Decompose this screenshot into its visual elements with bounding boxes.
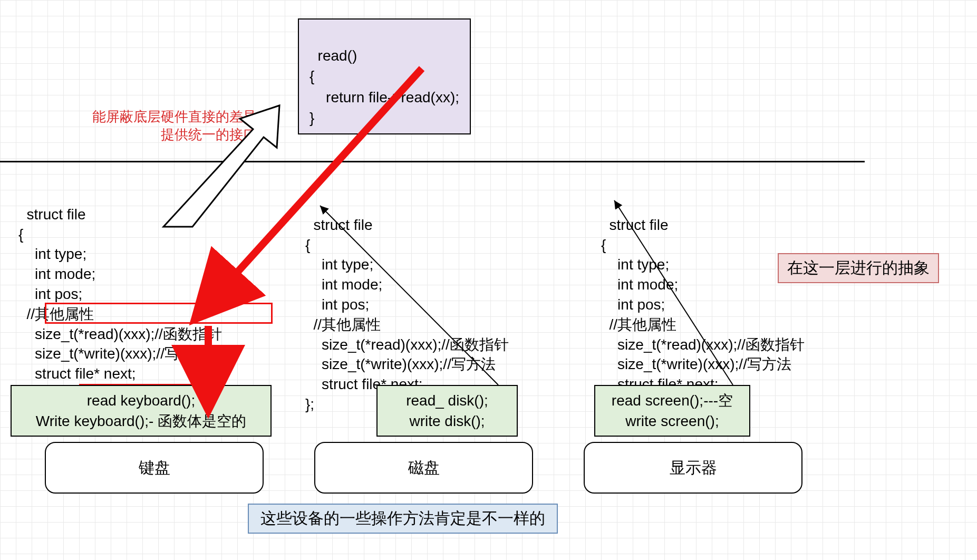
- read-code-text: read() { return file->read(xx); }: [309, 47, 459, 126]
- keyboard-label: 键盘: [139, 457, 170, 479]
- keyboard-label-box: 键盘: [45, 442, 264, 494]
- disk-label-box: 磁盘: [314, 442, 533, 494]
- struct-code-3-text: struct file { int type; int mode; int po…: [601, 217, 805, 412]
- read-code-box: read() { return file->read(xx); }: [298, 18, 471, 134]
- screen-label: 显示器: [670, 457, 717, 479]
- divider-line: [0, 161, 865, 162]
- disk-read-text: read_ disk();: [387, 390, 507, 411]
- abstraction-layer-note-text: 在这一层进行的抽象: [787, 259, 930, 276]
- struct-code-2: struct file { int type; int mode; int po…: [305, 195, 509, 414]
- struct-code-2-text: struct file { int type; int mode; int po…: [305, 217, 509, 412]
- bottom-note-box: 这些设备的一些操作方法肯定是不一样的: [248, 504, 558, 534]
- disk-label: 磁盘: [408, 457, 440, 479]
- disk-write-text: write disk();: [387, 411, 507, 431]
- annotation-line1: 能屏蔽底层硬件直接的差异: [92, 108, 257, 126]
- screen-write-text: write screen();: [605, 411, 740, 431]
- keyboard-write-text: Write keyboard();- 函数体是空的: [21, 411, 261, 431]
- highlight-read-pointer: [45, 303, 273, 324]
- screen-read-text: read screen();---空: [605, 390, 740, 411]
- bottom-note-text: 这些设备的一些操作方法肯定是不一样的: [260, 509, 545, 527]
- annotation-text: 能屏蔽底层硬件直接的差异 提供统一的接口: [92, 108, 257, 144]
- keyboard-read-text: read keyboard();: [21, 390, 261, 411]
- screen-label-box: 显示器: [584, 442, 802, 494]
- disk-ops-box: read_ disk(); write disk();: [376, 385, 518, 437]
- screen-ops-box: read screen();---空 write screen();: [594, 385, 750, 437]
- struct-code-3: struct file { int type; int mode; int po…: [601, 195, 805, 414]
- annotation-line2: 提供统一的接口: [92, 126, 257, 144]
- struct-code-1: struct file { int type; int mode; int po…: [18, 185, 222, 404]
- keyboard-ops-box: read keyboard(); Write keyboard();- 函数体是…: [11, 385, 272, 437]
